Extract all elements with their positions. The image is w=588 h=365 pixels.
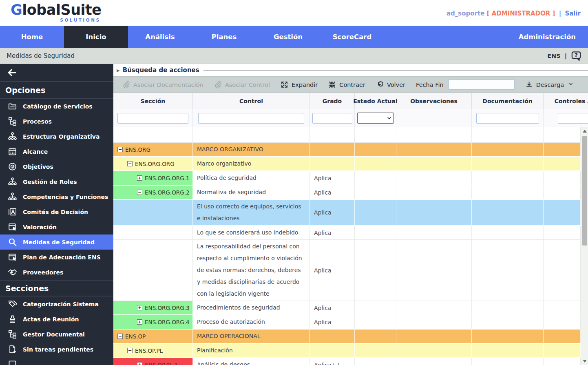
sidebar-item-comites-de-decision[interactable]: Comités de Decisión: [0, 204, 113, 219]
contraer-button[interactable]: Contraer: [328, 81, 365, 88]
sidebar-item-gestion-de-roles[interactable]: Gestión de Roles: [0, 174, 113, 189]
filter-estado-actual-select[interactable]: [357, 113, 394, 124]
sidebar-item-label: Estructura Organizativa: [23, 133, 99, 140]
table-row[interactable]: Lo que se considerará uso indebidoAplica: [113, 226, 581, 240]
filter-documentacion-input[interactable]: [476, 113, 539, 124]
cell-observaciones: [396, 200, 472, 225]
cell-documentacion: [472, 226, 544, 239]
sidebar-item-proveedores[interactable]: Proveedores: [0, 265, 113, 280]
search-actions-panel-header: ▶ Búsqueda de acciones: [113, 64, 588, 76]
role-bracket-open: [: [487, 10, 492, 17]
sidebar-item-competencias-y-funciones[interactable]: Competencias y Funciones: [0, 189, 113, 204]
expandir-button[interactable]: Expandir: [281, 81, 318, 88]
column-header-estado-actual[interactable]: Estado Actual: [355, 93, 396, 109]
fecha-fin-input[interactable]: [449, 80, 515, 90]
cell-grado: [310, 157, 355, 170]
table-row-ens-org-org[interactable]: −ENS.ORG.ORGMarco organizativo: [113, 157, 581, 171]
filter-controles-agrupados-input[interactable]: [558, 113, 588, 124]
sidebar-item-categorizacion-sistema[interactable]: Categorización Sistema: [0, 296, 113, 312]
cell-control: Planificación: [193, 344, 310, 357]
table-row-ens-org-org-2[interactable]: −ENS.ORG.ORG.2Normativa de seguridadApli…: [113, 186, 581, 200]
scroll-down-arrow-icon[interactable]: [583, 360, 587, 363]
column-header-documentacion[interactable]: Documentación: [472, 93, 544, 109]
expander-minus-icon[interactable]: −: [127, 348, 133, 353]
column-header-grado[interactable]: Grado: [310, 93, 355, 109]
user-name[interactable]: ad_soporte: [447, 10, 484, 17]
table-row-ens-org[interactable]: −ENS.ORGMARCO ORGANIZATIVO: [113, 143, 581, 157]
expander-minus-icon[interactable]: −: [127, 161, 133, 166]
cell-documentacion: [472, 171, 544, 185]
back-button[interactable]: [0, 64, 113, 82]
filter-control-input[interactable]: [198, 113, 304, 124]
descarga-button[interactable]: Descarga: [525, 81, 574, 88]
table-row-ens-op-pl[interactable]: −ENS.OP.PLPlanificación: [113, 344, 581, 358]
control-text: Política de seguridad: [197, 172, 256, 184]
user-session-info: ad_soporte [ ADMINISTRADOR ] | Salir: [447, 10, 581, 17]
table-row-ens-org-org-1[interactable]: +ENS.ORG.ORG.1Política de seguridadAplic…: [113, 171, 581, 186]
column-header-control[interactable]: Control: [193, 93, 310, 109]
sidebar-item-gestor-documental[interactable]: Gestor Documental: [0, 327, 113, 342]
sidebar-item-objetivos[interactable]: Objetivos: [0, 159, 113, 174]
cell-observaciones: [396, 358, 472, 365]
help-icon[interactable]: ?: [571, 51, 581, 61]
nav-tab-gestion[interactable]: Gestión: [256, 26, 320, 48]
nav-tab-analisis[interactable]: Análisis: [128, 26, 192, 48]
sidebar-item-catalogo-de-servicios[interactable]: Catálogo de Servicios: [0, 99, 113, 114]
cell-control: Marco organizativo: [193, 157, 310, 170]
sidebar-item-plan-de-adecuacion-ens[interactable]: Plan de Adecuación ENS: [0, 250, 113, 265]
globalsuite-logo: GlobalSuite SOLUTIONS: [11, 3, 102, 22]
column-header-observaciones[interactable]: Observaciones: [396, 93, 472, 109]
column-header-controles-agrupados[interactable]: Controles Agrupados: [544, 93, 588, 109]
filter-seccion-input[interactable]: [117, 113, 188, 124]
table-row-ens-org-org-3[interactable]: +ENS.ORG.ORG.3Procedimientos de segurida…: [113, 301, 581, 315]
cell-controles-agrupados: [544, 186, 581, 199]
sidebar-item-alcance[interactable]: Alcance: [0, 144, 113, 159]
nav-tab-inicio[interactable]: Inicio: [64, 26, 128, 48]
cell-control: [193, 127, 310, 142]
expander-plus-icon[interactable]: +: [137, 175, 142, 181]
expander-minus-icon[interactable]: −: [117, 147, 123, 152]
volver-button[interactable]: Volver: [376, 81, 405, 88]
nav-tab-planes[interactable]: Planes: [192, 26, 256, 48]
triangle-right-icon[interactable]: ▶: [117, 68, 120, 73]
expander-minus-icon[interactable]: −: [117, 334, 123, 339]
control-text: Planificación: [197, 345, 233, 356]
sidebar-item-medidas-de-seguridad[interactable]: Medidas de Seguridad: [0, 234, 113, 250]
scroll-up-arrow-icon[interactable]: [583, 130, 587, 133]
filter-cell-grado: [310, 109, 355, 127]
cell-grado: Aplica++: [310, 358, 355, 365]
sitemap-icon: [8, 330, 17, 339]
cell-seccion: [113, 200, 193, 225]
table-row[interactable]: La responsabilidad del personal con resp…: [113, 240, 581, 301]
cell-documentacion: [472, 143, 544, 156]
paperclip-icon: [122, 81, 130, 88]
control-text: Proceso de autorización: [197, 316, 265, 328]
logout-link[interactable]: Salir: [565, 10, 581, 17]
nav-tab-home[interactable]: Home: [0, 26, 64, 48]
sidebar-item-partial[interactable]: [0, 357, 113, 365]
filter-grado-input[interactable]: [312, 113, 352, 124]
sidebar-item-valoracion[interactable]: Valoración: [0, 219, 113, 234]
table-row-ens-op[interactable]: −ENS.OPMARCO OPERACIONAL: [113, 330, 581, 344]
nav-tab-scorecard[interactable]: ScoreCard: [320, 26, 384, 48]
nav-tab-administracion[interactable]: Administración: [506, 26, 588, 48]
cell-estado-actual: [355, 315, 396, 329]
table-row[interactable]: El uso correcto de equipos, servicios e …: [113, 200, 581, 226]
table-row-ens-org-org-4[interactable]: +ENS.ORG.ORG.4Proceso de autorizaciónApl…: [113, 315, 581, 330]
sidebar-item-actas-de-reunion[interactable]: Actas de Reunión: [0, 312, 113, 327]
table-row-ens-op-pl-1[interactable]: +ENS.OP.PL.1Análisis de riesgosAplica++: [113, 358, 581, 365]
expander-minus-icon[interactable]: −: [137, 190, 142, 195]
sidebar-item-procesos[interactable]: Procesos: [0, 114, 113, 129]
sidebar-item-sin-tareas-pendientes[interactable]: Sin tareas pendientes: [0, 342, 113, 357]
expander-plus-icon[interactable]: +: [137, 319, 142, 325]
sidebar-item-label: Procesos: [23, 118, 52, 125]
toolbar-button-label: Volver: [387, 82, 405, 88]
cell-controles-agrupados: [544, 157, 581, 170]
expander-plus-icon[interactable]: +: [137, 362, 142, 365]
grado-value: Aplica: [314, 267, 332, 274]
expander-plus-icon[interactable]: +: [137, 305, 142, 310]
sidebar-item-estructura-organizativa[interactable]: Estructura Organizativa: [0, 129, 113, 144]
column-header-seccion[interactable]: Sección: [113, 93, 193, 109]
vertical-scrollbar[interactable]: [581, 127, 588, 365]
scrollbar-thumb[interactable]: [582, 136, 587, 246]
